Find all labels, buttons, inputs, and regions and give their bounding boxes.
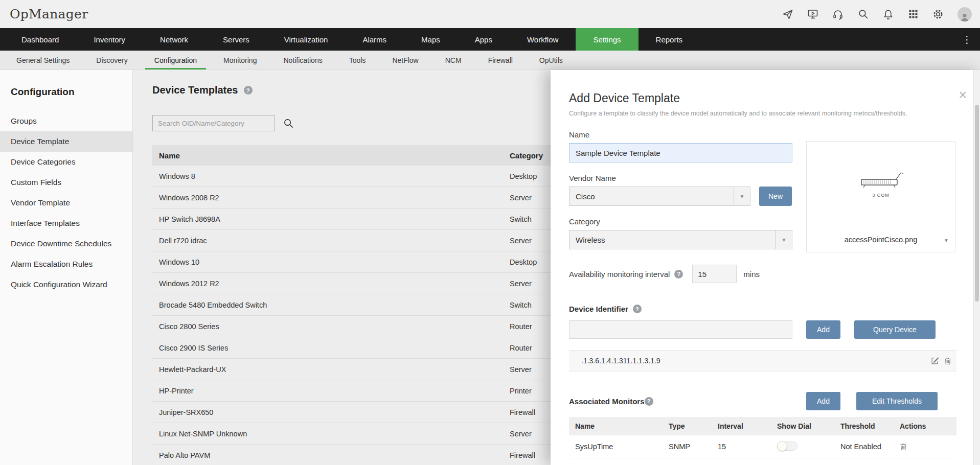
- nav-virtualization[interactable]: Virtualization: [267, 28, 346, 51]
- sidebar-list: Groups Device Template Device Categories…: [0, 111, 132, 295]
- device-name: Brocade 5480 Embedded Switch: [152, 301, 267, 309]
- sidebar-item-groups[interactable]: Groups: [0, 111, 132, 131]
- vendor-select[interactable]: Cisco ▼: [569, 187, 750, 206]
- sidebar-item-custom-fields[interactable]: Custom Fields: [0, 172, 132, 193]
- subnav-firewall[interactable]: Firewall: [475, 51, 526, 69]
- vendor-selected-value: Cisco: [576, 192, 595, 201]
- device-category: Server: [510, 194, 532, 202]
- device-name: HP-Printer: [152, 387, 194, 395]
- subnav-discovery[interactable]: Discovery: [83, 51, 141, 69]
- edit-identifier-icon[interactable]: [931, 357, 939, 365]
- delete-monitor-icon[interactable]: [900, 443, 956, 451]
- interval-help-icon[interactable]: ?: [674, 270, 683, 278]
- subnav-notifications[interactable]: Notifications: [270, 51, 335, 69]
- device-name: Hewlett-Packard-UX: [152, 365, 226, 374]
- identifier-help-icon[interactable]: ?: [633, 305, 642, 313]
- device-name: Juniper-SRX650: [152, 408, 213, 416]
- nav-network[interactable]: Network: [143, 28, 206, 51]
- device-name: Windows 8: [152, 172, 195, 180]
- device-category: Router: [510, 322, 532, 331]
- close-icon[interactable]: ×: [959, 88, 967, 102]
- settings-gear-icon[interactable]: [932, 9, 944, 20]
- nav-maps[interactable]: Maps: [404, 28, 458, 51]
- subnav-monitoring[interactable]: Monitoring: [210, 51, 270, 69]
- vertical-scrollbar[interactable]: [973, 70, 980, 465]
- user-avatar[interactable]: [958, 7, 972, 21]
- device-name: Linux Net-SNMP Unknown: [152, 430, 247, 438]
- device-image-filename: accessPointCisco.png: [807, 236, 955, 244]
- subnav-ncm[interactable]: NCM: [432, 51, 475, 69]
- add-monitor-button[interactable]: Add: [806, 392, 840, 410]
- template-name-input[interactable]: [569, 143, 792, 162]
- support-headset-icon[interactable]: [832, 9, 844, 20]
- sidebar-item-interface-templates[interactable]: Interface Templates: [0, 213, 132, 234]
- settings-subnav: General Settings Discovery Configuration…: [0, 51, 980, 70]
- sidebar-item-vendor-template[interactable]: Vendor Template: [0, 193, 132, 213]
- monitor-col-threshold: Threshold: [840, 422, 900, 430]
- search-input[interactable]: [152, 115, 275, 131]
- image-dropdown-chevron-icon[interactable]: ▼: [944, 238, 949, 243]
- nav-servers[interactable]: Servers: [206, 28, 267, 51]
- sidebar-title: Configuration: [0, 70, 132, 98]
- sidebar-item-alarm-escalation-rules[interactable]: Alarm Escalation Rules: [0, 254, 132, 274]
- app-logo: OpManager: [0, 7, 88, 21]
- device-category: Printer: [510, 387, 532, 395]
- identifier-input[interactable]: [569, 320, 792, 339]
- monitor-col-actions: Actions: [900, 422, 956, 430]
- opmanager-app: OpManager: [0, 0, 980, 465]
- interval-label: Availability monitoring interval: [569, 270, 670, 278]
- monitors-help-icon[interactable]: ?: [645, 397, 653, 406]
- notifications-bell-icon[interactable]: [882, 9, 894, 20]
- device-name: Windows 2008 R2: [152, 194, 219, 202]
- edit-thresholds-button[interactable]: Edit Thresholds: [856, 392, 938, 410]
- monitor-interval: 15: [718, 443, 777, 451]
- subnav-netflow[interactable]: NetFlow: [379, 51, 431, 69]
- nav-dashboard[interactable]: Dashboard: [4, 28, 76, 51]
- search-icon[interactable]: [857, 9, 869, 20]
- new-vendor-button[interactable]: New: [759, 187, 792, 206]
- delete-identifier-icon[interactable]: [944, 357, 951, 365]
- overflow-menu-icon[interactable]: ⋮: [954, 28, 980, 51]
- nav-reports[interactable]: Reports: [639, 28, 700, 51]
- monitors-table-header: Name Type Interval Show Dial Threshold A…: [569, 417, 956, 435]
- subnav-general-settings[interactable]: General Settings: [3, 51, 83, 69]
- sidebar-item-device-categories[interactable]: Device Categories: [0, 152, 132, 172]
- identifier-value: .1.3.6.1.4.1.311.1.1.3.1.9: [581, 357, 660, 365]
- subnav-oputils[interactable]: OpUtils: [526, 51, 576, 69]
- device-category: Desktop: [510, 172, 537, 180]
- nav-inventory[interactable]: Inventory: [76, 28, 143, 51]
- device-name: Windows 2012 R2: [152, 280, 219, 288]
- device-image-box: 3 COM accessPointCisco.png ▼: [806, 141, 955, 252]
- launch-icon[interactable]: [782, 9, 793, 20]
- page-help-icon[interactable]: ?: [244, 86, 253, 95]
- device-name: Dell r720 idrac: [152, 237, 207, 245]
- device-category: Desktop: [510, 258, 537, 266]
- topbar-icon-group: [782, 7, 980, 21]
- device-category: Server: [510, 365, 532, 374]
- column-header-category: Category: [510, 151, 543, 160]
- live-demo-icon[interactable]: [807, 9, 818, 20]
- nav-workflow[interactable]: Workflow: [510, 28, 576, 51]
- sidebar-item-device-template[interactable]: Device Template: [0, 131, 132, 152]
- chevron-down-icon: ▼: [776, 230, 792, 249]
- sidebar-item-device-downtime-schedules[interactable]: Device Downtime Schedules: [0, 234, 132, 254]
- page-title: Device Templates: [152, 84, 238, 96]
- subnav-tools[interactable]: Tools: [336, 51, 379, 69]
- monitor-col-show-dial: Show Dial: [777, 422, 840, 430]
- query-device-button[interactable]: Query Device: [854, 320, 936, 339]
- nav-apps[interactable]: Apps: [458, 28, 510, 51]
- scrollbar-thumb[interactable]: [975, 105, 979, 301]
- subnav-configuration[interactable]: Configuration: [141, 51, 210, 69]
- identifier-list-item: .1.3.6.1.4.1.311.1.1.3.1.9: [569, 350, 956, 371]
- nav-alarms[interactable]: Alarms: [345, 28, 404, 51]
- nav-settings[interactable]: Settings: [576, 28, 638, 51]
- category-select[interactable]: Wireless ▼: [569, 230, 792, 249]
- device-name: Windows 10: [152, 258, 199, 266]
- table-search-icon[interactable]: [283, 118, 294, 129]
- apps-grid-icon[interactable]: [907, 9, 919, 20]
- interval-input[interactable]: [692, 265, 737, 283]
- show-dial-toggle[interactable]: [777, 441, 797, 451]
- configuration-sidebar: Configuration Groups Device Template Dev…: [0, 70, 133, 465]
- sidebar-item-quick-configuration-wizard[interactable]: Quick Configuration Wizard: [0, 274, 132, 295]
- add-identifier-button[interactable]: Add: [806, 320, 840, 339]
